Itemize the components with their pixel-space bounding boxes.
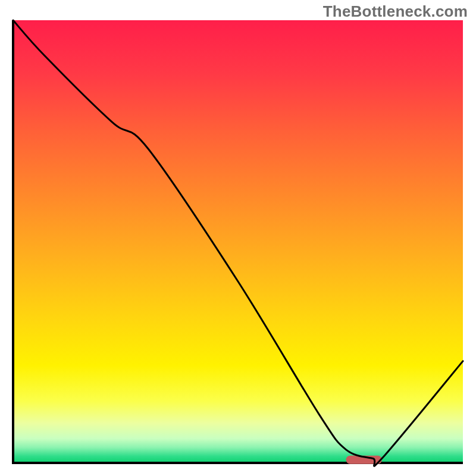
chart-container: TheBottleneck.com: [0, 0, 476, 476]
plot-background: [13, 20, 463, 463]
bottleneck-chart: [0, 0, 476, 476]
watermark-label: TheBottleneck.com: [323, 2, 468, 21]
